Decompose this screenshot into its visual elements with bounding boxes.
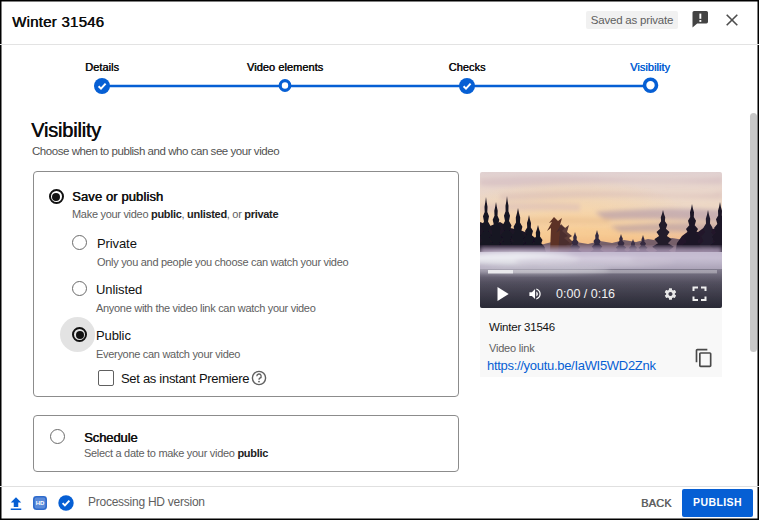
svg-text:HD: HD: [36, 500, 45, 506]
svg-text:0:00 / 0:16: 0:00 / 0:16: [556, 287, 615, 301]
